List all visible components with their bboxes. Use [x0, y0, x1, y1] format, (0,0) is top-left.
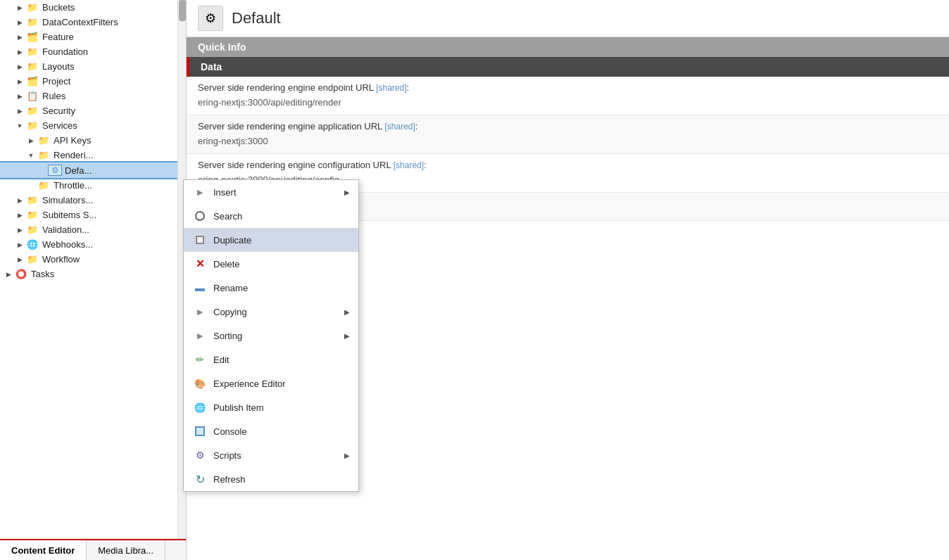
- menu-item-console[interactable]: Console: [184, 419, 358, 443]
- menu-label-rename: Rename: [213, 283, 350, 293]
- submenu-arrow-scripts: ▶: [344, 452, 350, 459]
- menu-icon-publish-item: 🌐: [192, 400, 208, 414]
- menu-item-copying[interactable]: ▶ Copying ▶: [184, 300, 358, 324]
- menu-icon-search: [192, 209, 208, 223]
- submenu-arrow-insert: ▶: [344, 189, 350, 196]
- menu-label-duplicate: Duplicate: [213, 235, 350, 246]
- menu-icon-copying: ▶: [192, 305, 208, 319]
- menu-label-console: Console: [213, 426, 350, 437]
- menu-icon-insert: ▶: [192, 185, 208, 199]
- menu-icon-console: [192, 424, 208, 438]
- menu-icon-sorting: ▶: [192, 329, 208, 343]
- scripts-icon: ⚙: [196, 450, 205, 461]
- context-menu-overlay[interactable]: ▶ Insert ▶ Search Duplicate ✕ Delete ▬ R…: [0, 0, 949, 560]
- menu-item-search[interactable]: Search: [184, 204, 358, 228]
- menu-label-scripts: Scripts: [213, 450, 344, 461]
- menu-item-refresh[interactable]: ↻ Refresh: [184, 467, 358, 491]
- menu-icon-experience-editor: 🎨: [192, 376, 208, 390]
- copying-icon: ▶: [197, 307, 203, 317]
- menu-item-insert[interactable]: ▶ Insert ▶: [184, 180, 358, 204]
- menu-icon-refresh: ↻: [192, 472, 208, 486]
- menu-label-search: Search: [213, 211, 350, 222]
- menu-item-delete[interactable]: ✕ Delete: [184, 252, 358, 276]
- menu-label-edit: Edit: [213, 355, 350, 365]
- menu-icon-edit: ✏: [192, 352, 208, 367]
- submenu-arrow-sorting: ▶: [344, 332, 350, 340]
- refresh-icon: ↻: [196, 473, 205, 486]
- menu-icon-delete: ✕: [192, 257, 208, 271]
- search-icon: [195, 211, 205, 221]
- rename-icon: ▬: [195, 282, 205, 293]
- menu-label-copying: Copying: [213, 307, 344, 317]
- experience-icon: 🎨: [194, 378, 206, 389]
- insert-icon: ▶: [197, 188, 203, 197]
- edit-icon: ✏: [196, 354, 204, 365]
- menu-label-sorting: Sorting: [213, 331, 344, 341]
- menu-label-publish-item: Publish Item: [213, 402, 350, 413]
- menu-label-delete: Delete: [213, 259, 350, 269]
- submenu-arrow-copying: ▶: [344, 308, 350, 316]
- delete-icon: ✕: [196, 257, 205, 270]
- menu-label-refresh: Refresh: [213, 474, 350, 485]
- menu-icon-duplicate: [192, 233, 208, 247]
- menu-item-publish-item[interactable]: 🌐 Publish Item: [184, 395, 358, 419]
- sorting-icon: ▶: [197, 331, 203, 341]
- menu-label-insert: Insert: [213, 187, 344, 198]
- publish-icon: 🌐: [194, 402, 206, 413]
- duplicate-icon: [196, 236, 204, 244]
- menu-label-experience-editor: Experience Editor: [213, 378, 350, 389]
- menu-item-duplicate[interactable]: Duplicate: [184, 228, 358, 252]
- main-layout: ▶ 📁 Buckets ▶ 📁 DataContextFilters ▶ 🗂️ …: [0, 0, 949, 560]
- menu-item-experience-editor[interactable]: 🎨 Experience Editor: [184, 371, 358, 395]
- menu-item-scripts[interactable]: ⚙ Scripts ▶: [184, 443, 358, 467]
- menu-item-sorting[interactable]: ▶ Sorting ▶: [184, 324, 358, 348]
- context-menu: ▶ Insert ▶ Search Duplicate ✕ Delete ▬ R…: [183, 179, 359, 492]
- menu-icon-scripts: ⚙: [192, 448, 208, 462]
- console-icon: [195, 426, 205, 436]
- menu-item-rename[interactable]: ▬ Rename: [184, 276, 358, 300]
- menu-icon-rename: ▬: [192, 281, 208, 295]
- menu-item-edit[interactable]: ✏ Edit: [184, 348, 358, 371]
